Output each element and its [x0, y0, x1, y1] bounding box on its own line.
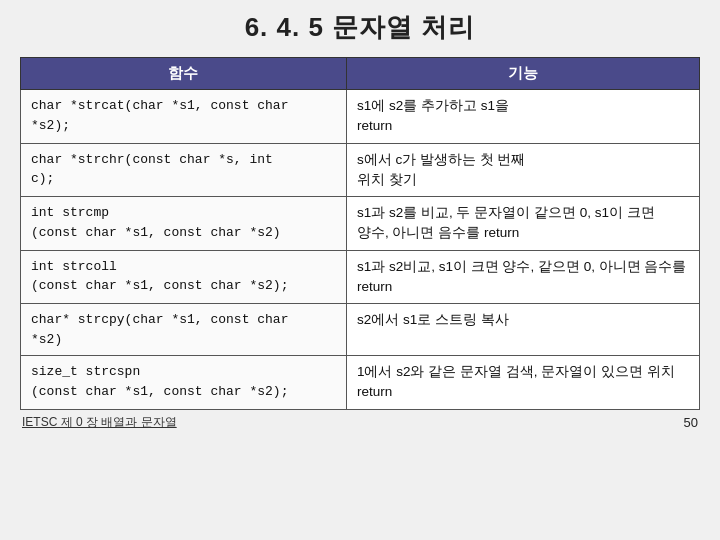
desc-cell: s1에 s2를 추가하고 s1을return [346, 90, 699, 144]
func-cell: size_t strcspn(const char *s1, const cha… [21, 356, 347, 410]
footer: IETSC 제 0 장 배열과 문자열 50 [20, 414, 700, 431]
table-row: size_t strcspn(const char *s1, const cha… [21, 356, 700, 410]
func-cell: char* strcpy(char *s1, const char*s2) [21, 304, 347, 356]
func-cell: int strcmp(const char *s1, const char *s… [21, 197, 347, 251]
func-cell: char *strchr(const char *s, intc); [21, 143, 347, 197]
desc-cell: s2에서 s1로 스트링 복사 [346, 304, 699, 356]
page-title: 6. 4. 5 문자열 처리 [20, 10, 700, 45]
desc-cell: s에서 c가 발생하는 첫 번째위치 찾기 [346, 143, 699, 197]
table-row: int strcoll(const char *s1, const char *… [21, 250, 700, 304]
table-row: int strcmp(const char *s1, const char *s… [21, 197, 700, 251]
functions-table: 함수 기능 char *strcat(char *s1, const char*… [20, 57, 700, 410]
func-cell: char *strcat(char *s1, const char*s2); [21, 90, 347, 144]
header-desc: 기능 [346, 58, 699, 90]
footer-link[interactable]: IETSC 제 0 장 배열과 문자열 [22, 414, 177, 431]
func-cell: int strcoll(const char *s1, const char *… [21, 250, 347, 304]
desc-cell: s1과 s2를 비교, 두 문자열이 같으면 0, s1이 크면 양수, 아니면… [346, 197, 699, 251]
table-row: char *strchr(const char *s, intc); s에서 c… [21, 143, 700, 197]
page-number: 50 [684, 415, 698, 430]
desc-cell: s1과 s2비교, s1이 크면 양수, 같으면 0, 아니면 음수를 retu… [346, 250, 699, 304]
table-row: char *strcat(char *s1, const char*s2); s… [21, 90, 700, 144]
header-func: 함수 [21, 58, 347, 90]
page: 6. 4. 5 문자열 처리 함수 기능 char *strcat(char *… [0, 0, 720, 540]
table-row: char* strcpy(char *s1, const char*s2) s2… [21, 304, 700, 356]
desc-cell: 1에서 s2와 같은 문자열 검색, 문자열이 있으면 위치 return [346, 356, 699, 410]
